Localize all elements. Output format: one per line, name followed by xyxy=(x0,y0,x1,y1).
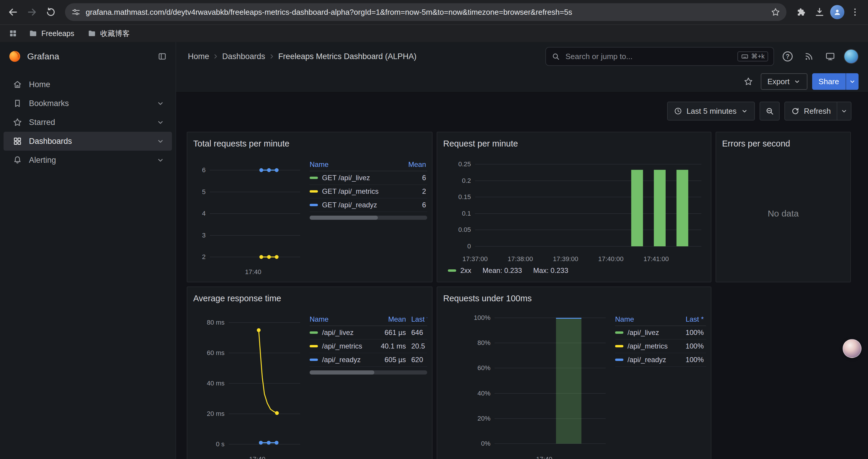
reload-button[interactable] xyxy=(42,4,59,21)
panel-request-per-minute: Request per minute 0.250.20.150.10.05017… xyxy=(437,132,711,282)
chevron-down-icon[interactable] xyxy=(156,156,165,165)
legend-col-last[interactable]: Last * xyxy=(678,315,706,323)
share-button[interactable]: Share xyxy=(812,73,845,90)
sidebar-item-starred[interactable]: Starred xyxy=(4,113,172,132)
legend-col-last[interactable]: Last * xyxy=(407,315,427,323)
legend-row[interactable]: /api/_livez 661 µs 646 xyxy=(310,326,427,340)
legend-row[interactable]: GET /api/_livez 6 xyxy=(310,171,427,185)
legend-row[interactable]: /api/_metrics 100% xyxy=(615,340,706,353)
bookmark-star-icon[interactable] xyxy=(771,7,780,17)
legend-row[interactable]: GET /api/_readyz 6 xyxy=(310,198,427,212)
sidebar-brand-row: Grafana xyxy=(0,42,176,71)
forward-button[interactable] xyxy=(24,4,40,21)
downloads-icon[interactable] xyxy=(811,4,828,21)
chevron-right-icon xyxy=(268,52,276,61)
legend-col-mean[interactable]: Mean xyxy=(392,160,427,169)
sidebar-item-label: Home xyxy=(29,80,165,89)
series-mean: 6 xyxy=(392,174,427,182)
browser-window: grafana.mathmast.com/d/deytv4rwavabkb/fr… xyxy=(0,0,868,459)
refresh-label: Refresh xyxy=(804,107,831,116)
export-label: Export xyxy=(767,77,789,86)
chevron-down-icon[interactable] xyxy=(156,99,165,108)
series-swatch xyxy=(448,269,456,272)
legend-table: Name Mean GET /api/_livez 6 GET /api/_me… xyxy=(310,158,427,277)
grafana-logo-icon[interactable] xyxy=(8,50,21,63)
series-max-stat: Max: 0.233 xyxy=(533,266,568,275)
legend-row[interactable]: /api/_readyz 605 µs 620 xyxy=(310,353,427,367)
sidebar-item-dashboards[interactable]: Dashboards xyxy=(4,132,172,151)
browser-profile-avatar[interactable] xyxy=(830,5,844,19)
series-swatch xyxy=(310,204,318,206)
search-input[interactable] xyxy=(564,52,733,62)
export-button[interactable]: Export xyxy=(761,73,807,90)
legend-inline[interactable]: 2xx Mean: 0.233 Max: 0.233 xyxy=(442,264,706,277)
breadcrumb-home[interactable]: Home xyxy=(188,52,209,61)
total-requests-chart: 6543217:40 xyxy=(192,150,305,277)
series-mean: 2 xyxy=(392,187,427,196)
share-menu-chevron[interactable] xyxy=(845,73,859,90)
legend-col-name[interactable]: Name xyxy=(615,315,678,323)
sidebar-item-home[interactable]: Home xyxy=(4,75,172,94)
url-text[interactable]: grafana.mathmast.com/d/deytv4rwavabkb/fr… xyxy=(86,8,766,17)
address-bar[interactable]: grafana.mathmast.com/d/deytv4rwavabkb/fr… xyxy=(65,3,786,21)
monitor-icon[interactable] xyxy=(823,49,838,64)
folder-icon xyxy=(28,29,38,38)
chevron-right-icon xyxy=(212,52,220,61)
time-range-picker[interactable]: Last 5 minutes xyxy=(667,102,755,121)
bookmark-folder-freeleaps[interactable]: Freeleaps xyxy=(24,27,79,40)
site-settings-icon[interactable] xyxy=(71,7,81,17)
extensions-icon[interactable] xyxy=(793,4,809,21)
refresh-button[interactable]: Refresh xyxy=(785,102,837,120)
folder-icon xyxy=(87,29,97,38)
legend-scrollbar[interactable] xyxy=(310,216,427,220)
series-swatch xyxy=(615,331,623,334)
series-swatch xyxy=(310,177,318,179)
series-last: 20.5 m xyxy=(407,342,427,350)
user-avatar[interactable] xyxy=(844,49,859,64)
sidebar-item-label: Starred xyxy=(29,118,150,127)
refresh-interval-chevron[interactable] xyxy=(837,102,851,120)
legend-row[interactable]: /api/_metrics 40.1 ms 20.5 m xyxy=(310,340,427,353)
apps-grid-icon[interactable] xyxy=(6,26,20,40)
bookmarks-bar: Freeleaps 收藏博客 xyxy=(0,24,868,42)
panel-title[interactable]: Average response time xyxy=(192,292,427,305)
series-mean: 661 µs xyxy=(372,328,407,337)
sidebar-item-label: Dashboards xyxy=(29,137,150,146)
chevron-down-icon[interactable] xyxy=(156,137,165,145)
dashboard-canvas: Last 5 minutes Refresh xyxy=(176,93,868,459)
panel-title[interactable]: Total requests per minute xyxy=(192,137,427,150)
browser-menu-icon[interactable] xyxy=(847,4,863,21)
bookmark-folder-blogs[interactable]: 收藏博客 xyxy=(83,27,134,40)
search-box[interactable]: ⌘+k xyxy=(546,47,774,66)
panel-title[interactable]: Request per minute xyxy=(442,137,706,150)
rss-icon[interactable] xyxy=(801,49,816,64)
panel-errors-per-second: Errors per second No data xyxy=(716,132,851,282)
series-name: 2xx xyxy=(460,266,471,275)
legend-row[interactable]: /api/_livez 100% xyxy=(615,326,706,340)
collapse-sidebar-icon[interactable] xyxy=(157,52,167,61)
browser-toolbar: grafana.mathmast.com/d/deytv4rwavabkb/fr… xyxy=(0,0,868,24)
dashboard-actions-bar: Export Share xyxy=(176,71,868,93)
sidebar-item-alerting[interactable]: Alerting xyxy=(4,151,172,169)
legend-row[interactable]: /api/_readyz 100% xyxy=(615,353,706,367)
series-swatch xyxy=(310,331,318,334)
legend-col-mean[interactable]: Mean xyxy=(372,315,407,323)
zoom-out-button[interactable] xyxy=(760,102,780,121)
favorite-star-icon[interactable] xyxy=(741,74,756,89)
chevron-down-icon[interactable] xyxy=(156,118,165,127)
series-name: /api/_metrics xyxy=(322,342,362,350)
panel-title[interactable]: Requests under 100ms xyxy=(442,292,706,305)
grafana-app: Grafana Home Bookmarks xyxy=(0,42,868,459)
legend-scrollbar[interactable] xyxy=(310,370,427,374)
legend-col-name[interactable]: Name xyxy=(310,315,372,323)
legend-row[interactable]: GET /api/_metrics 2 xyxy=(310,185,427,198)
breadcrumb-dashboards[interactable]: Dashboards xyxy=(222,52,265,61)
search-icon xyxy=(551,52,560,61)
series-swatch xyxy=(310,190,318,193)
sidebar-item-bookmarks[interactable]: Bookmarks xyxy=(4,94,172,113)
help-icon[interactable]: ? xyxy=(780,49,795,64)
panel-title[interactable]: Errors per second xyxy=(721,137,845,150)
floating-assistant-avatar[interactable] xyxy=(843,339,862,358)
back-button[interactable] xyxy=(5,4,21,21)
legend-col-name[interactable]: Name xyxy=(310,160,392,169)
